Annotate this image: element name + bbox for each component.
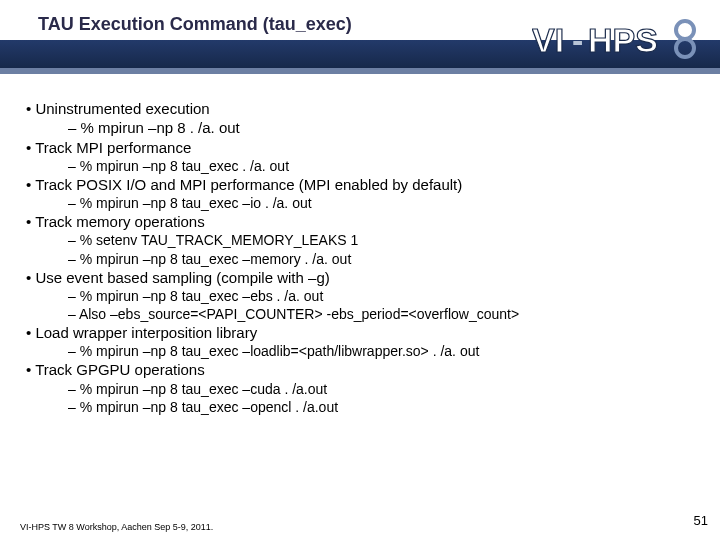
- bullet-level1: Track MPI performance: [20, 139, 700, 156]
- slide-title: TAU Execution Command (tau_exec): [38, 14, 352, 35]
- bullet-text: Track memory operations: [35, 213, 205, 230]
- slide-footer: VI-HPS TW 8 Workshop, Aachen Sep 5-9, 20…: [20, 522, 213, 532]
- bullet-text: % mpirun –np 8 tau_exec –ebs . /a. out: [80, 288, 324, 304]
- bullet-text: % mpirun –np 8 tau_exec –loadlib=<path/l…: [80, 343, 480, 359]
- slide-header: TAU Execution Command (tau_exec) VI - HP…: [0, 0, 720, 76]
- bullet-text: % mpirun –np 8 . /a. out: [81, 119, 240, 136]
- bullet-level2: Also –ebs_source=<PAPI_COUNTER> -ebs_per…: [20, 306, 700, 322]
- bullet-text: Load wrapper interposition library: [35, 324, 257, 341]
- svg-point-4: [676, 39, 694, 57]
- header-stripe-light: [0, 68, 720, 74]
- bullet-level2: % mpirun –np 8 tau_exec –opencl . /a.out: [20, 399, 700, 415]
- bullet-text: % setenv TAU_TRACK_MEMORY_LEAKS 1: [80, 232, 359, 248]
- bullet-level2: % mpirun –np 8 tau_exec –io . /a. out: [20, 195, 700, 211]
- bullet-text: Track MPI performance: [35, 139, 191, 156]
- slide-body: Uninstrumented execution% mpirun –np 8 .…: [20, 96, 700, 415]
- bullet-level2: % mpirun –np 8 tau_exec –memory . /a. ou…: [20, 251, 700, 267]
- svg-point-3: [676, 21, 694, 39]
- bullet-level2: % mpirun –np 8 . /a. out: [20, 119, 700, 136]
- svg-text:VI: VI: [532, 21, 564, 59]
- bullet-level1: Track GPGPU operations: [20, 361, 700, 378]
- bullet-level1: Track memory operations: [20, 213, 700, 230]
- bullet-level2: % mpirun –np 8 tau_exec –ebs . /a. out: [20, 288, 700, 304]
- bullet-level2: % mpirun –np 8 tau_exec . /a. out: [20, 158, 700, 174]
- vihps-logo: VI - HPS: [532, 14, 702, 66]
- bullet-text: % mpirun –np 8 tau_exec –opencl . /a.out: [80, 399, 338, 415]
- bullet-text: % mpirun –np 8 tau_exec –memory . /a. ou…: [80, 251, 352, 267]
- bullet-level1: Use event based sampling (compile with –…: [20, 269, 700, 286]
- bullet-level2: % mpirun –np 8 tau_exec –loadlib=<path/l…: [20, 343, 700, 359]
- svg-text:HPS: HPS: [588, 21, 658, 59]
- bullet-text: % mpirun –np 8 tau_exec –io . /a. out: [80, 195, 312, 211]
- svg-text:-: -: [572, 21, 583, 59]
- bullet-level1: Track POSIX I/O and MPI performance (MPI…: [20, 176, 700, 193]
- bullet-text: % mpirun –np 8 tau_exec –cuda . /a.out: [80, 381, 328, 397]
- bullet-text: Track GPGPU operations: [35, 361, 205, 378]
- bullet-text: Uninstrumented execution: [35, 100, 209, 117]
- bullet-text: Track POSIX I/O and MPI performance (MPI…: [35, 176, 462, 193]
- bullet-level1: Uninstrumented execution: [20, 100, 700, 117]
- bullet-text: Also –ebs_source=<PAPI_COUNTER> -ebs_per…: [79, 306, 519, 322]
- page-number: 51: [694, 513, 708, 528]
- bullet-level1: Load wrapper interposition library: [20, 324, 700, 341]
- bullet-text: Use event based sampling (compile with –…: [35, 269, 329, 286]
- bullet-text: % mpirun –np 8 tau_exec . /a. out: [80, 158, 289, 174]
- bullet-level2: % mpirun –np 8 tau_exec –cuda . /a.out: [20, 381, 700, 397]
- bullet-level2: % setenv TAU_TRACK_MEMORY_LEAKS 1: [20, 232, 700, 248]
